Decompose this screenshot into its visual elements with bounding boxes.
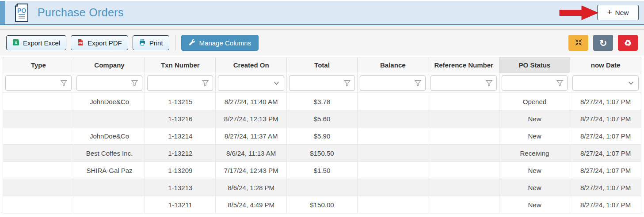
manage-columns-button[interactable]: Manage Columns bbox=[181, 35, 259, 51]
print-button[interactable]: Print bbox=[133, 35, 169, 50]
cell-type[interactable] bbox=[3, 127, 74, 145]
cell-po_status[interactable]: Opened bbox=[499, 93, 570, 110]
cell-total[interactable]: $150.00 bbox=[286, 196, 357, 213]
funnel-icon[interactable] bbox=[344, 80, 351, 86]
cell-balance[interactable] bbox=[358, 110, 428, 127]
cell-reference_number[interactable] bbox=[428, 127, 499, 145]
export-excel-button[interactable]: x Export Excel bbox=[6, 35, 66, 50]
cell-now_date[interactable]: 8/27/24, 1:07 PM bbox=[570, 127, 641, 145]
cell-now_date[interactable]: 8/27/24, 1:07 PM bbox=[570, 110, 641, 127]
filter-txn_number-input[interactable] bbox=[147, 75, 213, 91]
cell-type[interactable] bbox=[3, 196, 74, 213]
cell-balance[interactable] bbox=[358, 179, 428, 196]
cell-company[interactable] bbox=[74, 110, 145, 127]
cell-balance[interactable] bbox=[358, 127, 428, 145]
recycle-button[interactable]: ♻ bbox=[618, 35, 638, 51]
cell-created_on[interactable]: 8/27/24, 11:40 AM bbox=[216, 93, 286, 110]
cell-created_on[interactable]: 8/6/24, 1:28 PM bbox=[216, 179, 286, 196]
cell-po_status[interactable]: New bbox=[499, 162, 570, 179]
cell-total[interactable]: $150.50 bbox=[286, 145, 357, 162]
cell-total[interactable]: $5.60 bbox=[286, 110, 357, 127]
cell-total[interactable]: $3.78 bbox=[286, 93, 357, 110]
cell-created_on[interactable]: 8/5/24, 4:49 PM bbox=[216, 196, 286, 213]
cell-txn_number[interactable]: 1-13214 bbox=[145, 127, 216, 145]
filter-type-input[interactable] bbox=[5, 75, 72, 91]
funnel-icon[interactable] bbox=[61, 80, 67, 86]
cell-po_status[interactable]: New bbox=[499, 179, 570, 196]
cell-total[interactable] bbox=[286, 179, 357, 196]
filter-created_on-input[interactable] bbox=[218, 75, 284, 91]
cell-now_date[interactable]: 8/27/24, 1:07 PM bbox=[570, 93, 641, 110]
cell-now_date[interactable]: 8/27/24, 1:07 PM bbox=[570, 145, 641, 162]
cell-reference_number[interactable] bbox=[428, 179, 499, 196]
collapse-button[interactable] bbox=[568, 35, 588, 51]
cell-reference_number[interactable] bbox=[428, 162, 499, 179]
cell-txn_number[interactable]: 1-13215 bbox=[145, 93, 216, 110]
cell-type[interactable] bbox=[3, 145, 74, 162]
cell-type[interactable] bbox=[3, 179, 74, 196]
filter-company-input[interactable] bbox=[76, 75, 142, 91]
column-header-now_date[interactable]: now Date bbox=[570, 57, 641, 73]
cell-po_status[interactable]: New bbox=[499, 127, 570, 145]
cell-type[interactable] bbox=[3, 93, 74, 110]
cell-now_date[interactable]: 8/27/24, 1:07 PM bbox=[570, 162, 641, 179]
table-row: JohnDoe&Co1-132148/27/24, 11:37 AM$5.90N… bbox=[3, 127, 641, 145]
cell-company[interactable]: SHIRA-Gal Paz bbox=[74, 162, 145, 179]
cell-company[interactable] bbox=[74, 179, 145, 196]
funnel-icon[interactable] bbox=[202, 80, 209, 86]
refresh-button[interactable]: ↻ bbox=[593, 35, 613, 51]
cell-total[interactable]: $5.90 bbox=[286, 127, 357, 145]
cell-txn_number[interactable]: 1-13213 bbox=[145, 179, 216, 196]
cell-reference_number[interactable] bbox=[428, 196, 499, 213]
column-header-reference_number[interactable]: Reference Number bbox=[428, 57, 499, 73]
cell-reference_number[interactable] bbox=[428, 110, 499, 127]
cell-created_on[interactable]: 8/6/24, 11:13 AM bbox=[216, 145, 286, 162]
funnel-icon[interactable] bbox=[131, 80, 138, 86]
cell-now_date[interactable]: 8/27/24, 1:07 PM bbox=[570, 196, 641, 213]
cell-created_on[interactable]: 8/27/24, 12:13 PM bbox=[216, 110, 286, 127]
cell-created_on[interactable]: 7/17/24, 12:43 PM bbox=[216, 162, 286, 179]
column-header-txn_number[interactable]: Txn Number bbox=[145, 57, 216, 73]
funnel-icon[interactable] bbox=[415, 80, 421, 86]
column-header-created_on[interactable]: Created On bbox=[216, 57, 286, 73]
filter-balance-input[interactable] bbox=[360, 75, 426, 91]
filter-reference_number-input[interactable] bbox=[431, 75, 496, 91]
column-header-company[interactable]: Company bbox=[74, 57, 145, 73]
cell-po_status[interactable]: Receiving bbox=[499, 145, 570, 162]
cell-txn_number[interactable]: 1-13212 bbox=[145, 145, 216, 162]
cell-balance[interactable] bbox=[358, 145, 428, 162]
funnel-icon[interactable] bbox=[556, 80, 563, 86]
cell-reference_number[interactable] bbox=[428, 145, 499, 162]
new-button[interactable]: + New bbox=[597, 5, 639, 20]
cell-now_date[interactable]: 8/27/24, 1:07 PM bbox=[570, 179, 641, 196]
cell-balance[interactable] bbox=[358, 196, 428, 213]
cell-company[interactable]: JohnDoe&Co bbox=[74, 127, 145, 145]
cell-balance[interactable] bbox=[358, 162, 428, 179]
cell-txn_number[interactable]: 1-13211 bbox=[145, 196, 216, 213]
cell-created_on[interactable]: 8/27/24, 11:37 AM bbox=[216, 127, 286, 145]
filter-now_date-input[interactable] bbox=[572, 75, 639, 91]
funnel-icon[interactable] bbox=[486, 80, 492, 86]
cell-company[interactable] bbox=[74, 196, 145, 213]
cell-company[interactable]: Best Coffes Inc. bbox=[74, 145, 145, 162]
column-header-po_status[interactable]: PO Status bbox=[499, 57, 570, 73]
filter-po_status-input[interactable] bbox=[502, 75, 568, 91]
column-header-balance[interactable]: Balance bbox=[358, 57, 428, 73]
purchase-orders-page: PO Purchase Orders + New x bbox=[0, 0, 644, 217]
cell-type[interactable] bbox=[3, 110, 74, 127]
cell-balance[interactable] bbox=[358, 93, 428, 110]
cell-txn_number[interactable]: 1-13209 bbox=[145, 162, 216, 179]
cell-type[interactable] bbox=[3, 162, 74, 179]
chevron-down-icon[interactable] bbox=[628, 80, 634, 86]
chevron-down-icon[interactable] bbox=[273, 80, 280, 86]
cell-company[interactable]: JohnDoe&Co bbox=[74, 93, 145, 110]
export-pdf-button[interactable]: PDF Export PDF bbox=[71, 35, 128, 50]
cell-total[interactable]: $1.50 bbox=[286, 162, 357, 179]
cell-po_status[interactable]: New bbox=[499, 110, 570, 127]
cell-po_status[interactable]: New bbox=[499, 196, 570, 213]
column-header-type[interactable]: Type bbox=[3, 57, 74, 73]
cell-txn_number[interactable]: 1-13216 bbox=[145, 110, 216, 127]
filter-total-input[interactable] bbox=[289, 75, 355, 91]
column-header-total[interactable]: Total bbox=[286, 57, 357, 73]
cell-reference_number[interactable] bbox=[428, 93, 499, 110]
